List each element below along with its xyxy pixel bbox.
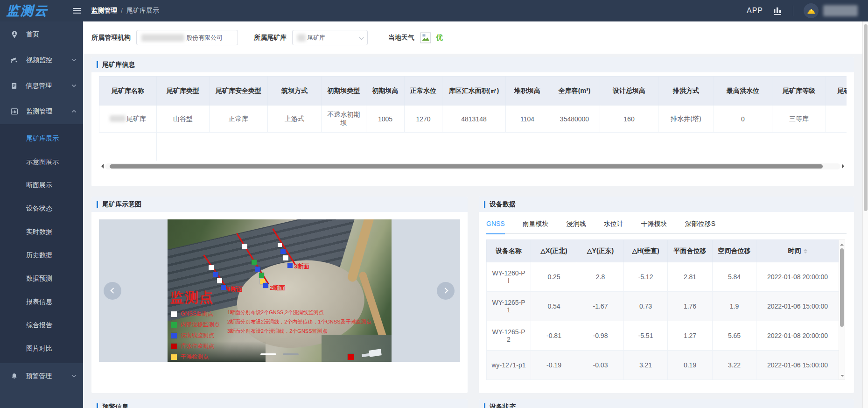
sidebar-item-device-status[interactable]: 设备状态 [0, 197, 83, 220]
card-title-strip: 设备状态 [479, 399, 854, 408]
pond-select[interactable]: 尾矿库 [292, 30, 368, 45]
legend-swatch-internal [171, 322, 177, 328]
legend-swatch-reservoir [171, 344, 177, 349]
horizontal-scroll-track[interactable] [105, 163, 840, 169]
sidebar-item-realtime-data[interactable]: 实时数据 [0, 220, 83, 244]
gnss-marker [278, 243, 282, 247]
cell: 不透水初期坝 [322, 106, 366, 133]
internal-displacement-marker [259, 273, 264, 278]
cell: 0.54 [531, 292, 577, 321]
org-input[interactable]: 股份有限公司 [136, 30, 238, 45]
user-menu[interactable] [804, 3, 858, 18]
horizontal-scroll-thumb[interactable] [110, 164, 823, 169]
phreatic-marker [255, 267, 260, 272]
carousel-indicator-active[interactable] [260, 353, 276, 355]
section-label-1: 1断面 [227, 285, 243, 294]
column-header: △X(正北) [531, 240, 577, 262]
sidebar-item-schematic-display[interactable]: 示意图展示 [0, 150, 83, 174]
sort-icon[interactable] [804, 247, 807, 255]
cell-time: 2022-01-06 15:00:00 [756, 351, 839, 380]
sidebar-item-label: 信息管理 [26, 82, 52, 90]
title-accent-bar [484, 201, 485, 208]
cell: 上游式 [268, 106, 322, 133]
column-header: 尾矿库安全类型 [210, 77, 268, 106]
column-header: 尾矿库名称 [99, 77, 157, 106]
cell: -0.19 [531, 351, 577, 380]
sidebar-item-label: 预警管理 [26, 372, 52, 380]
device-table-scrollbar[interactable] [839, 239, 845, 380]
sidebar-item-comprehensive-report[interactable]: 综合报告 [0, 314, 83, 337]
horizontal-scrollbar[interactable] [99, 162, 847, 170]
card-title-strip: 尾矿库信息 [91, 57, 854, 72]
column-header: 设备名称 [487, 240, 531, 262]
sidebar-item-info[interactable]: 信息管理 [0, 73, 83, 98]
sidebar-item-monitor[interactable]: 监测管理 [0, 98, 83, 124]
carousel-next-button[interactable] [437, 282, 455, 300]
sidebar-item-data-forecast[interactable]: 数据预测 [0, 267, 83, 290]
legend-item: 库水位监测点 [171, 342, 220, 350]
breadcrumb: 监测管理 / 尾矿库展示 [91, 7, 159, 15]
sidebar-item-image-compare[interactable]: 图片对比 [0, 337, 83, 360]
weather-label: 当地天气 [388, 34, 414, 42]
sidebar-item-section-display[interactable]: 断面展示 [0, 174, 83, 197]
page-scrollbar[interactable] [862, 21, 868, 408]
redacted-pond-name-prefix [110, 115, 126, 122]
org-label: 所属管理机构 [91, 34, 131, 42]
select-chevron-icon [359, 34, 364, 39]
cell: 3.22 [713, 351, 756, 380]
tab-rainfall[interactable]: 雨量模块 [523, 217, 549, 233]
scroll-up-icon[interactable] [840, 242, 844, 246]
weather-value: 优 [436, 33, 443, 42]
sidebar-item-report-info[interactable]: 报表信息 [0, 290, 83, 314]
page-body: 尾矿库信息 [83, 54, 862, 408]
card-title: 尾矿库示意图 [102, 200, 141, 209]
vertical-scroll-thumb[interactable] [840, 248, 844, 327]
card-title-strip: 预警信息 [91, 399, 468, 408]
annotation-line: 1断面分别布设2个GNSS,2个浸润线监测点 [227, 309, 371, 316]
page-scrollbar-thumb[interactable] [864, 24, 868, 211]
tab-phreatic[interactable]: 浸润线 [567, 217, 586, 233]
column-header: 排洪方式 [658, 77, 714, 106]
carousel-indicator[interactable] [283, 353, 299, 355]
legend-item: GNSS监测点 [171, 310, 220, 318]
cell: 5.65 [713, 321, 756, 351]
sidebar-item-video[interactable]: 视频监控 [0, 47, 83, 73]
breadcrumb-section[interactable]: 监测管理 [91, 7, 117, 15]
sidebar-item-alert[interactable]: 预警管理 [0, 363, 83, 389]
hamburger-menu-icon[interactable] [71, 5, 83, 17]
bar-chart-icon [10, 107, 19, 116]
scroll-right-icon[interactable] [842, 164, 847, 169]
carousel-prev-button[interactable] [104, 282, 121, 300]
cell-pond-name: 尾矿库 [99, 106, 157, 133]
tab-deep-displacement[interactable]: 深部位移S [685, 217, 715, 233]
title-accent-bar [97, 403, 98, 408]
legend-item: 内部位移监测点 [171, 321, 220, 329]
chart-icon[interactable] [773, 7, 783, 15]
cell-time: 2022-01-06 15:00:00 [756, 292, 839, 321]
avatar[interactable] [804, 3, 819, 18]
column-header: 尾矿库介绍 [826, 77, 847, 106]
table-row: wy-1271-p1 -0.19 -0.03 3.21 0.19 3.22 20… [487, 351, 839, 380]
column-header: 初期坝类型 [322, 77, 366, 106]
cell: 4813148 [442, 106, 506, 133]
column-header: 尾矿库类型 [157, 77, 210, 106]
scroll-left-icon[interactable] [99, 164, 104, 169]
cell: 0.19 [668, 351, 713, 380]
sidebar-item-history-data[interactable]: 历史数据 [0, 244, 83, 267]
card-title: 设备状态 [490, 403, 516, 408]
scroll-down-icon[interactable] [840, 375, 844, 379]
column-header: 库区汇水面积(㎡) [442, 77, 506, 106]
tab-water-level[interactable]: 水位计 [604, 217, 623, 233]
sidebar-item-tailings-display[interactable]: 尾矿库展示 [0, 127, 83, 150]
tab-gnss[interactable]: GNSS [486, 217, 505, 234]
sidebar-item-home[interactable]: 首页 [0, 21, 83, 47]
tab-dry-beach[interactable]: 干滩模块 [641, 217, 667, 233]
cell: -0.03 [577, 351, 624, 380]
table-row: WY-1260-PI 0.25 2.8 -5.12 2.81 5.84 2022… [487, 262, 839, 292]
main-content: 所属管理机构 股份有限公司 所属尾矿库 尾矿库 当地天气 [83, 21, 868, 408]
cell: 1270 [405, 106, 442, 133]
cell-device-name: WY-1265-P1 [487, 292, 531, 321]
chevron-up-icon [71, 110, 77, 113]
pond-label: 所属尾矿库 [254, 34, 287, 42]
app-link[interactable]: APP [747, 7, 763, 15]
